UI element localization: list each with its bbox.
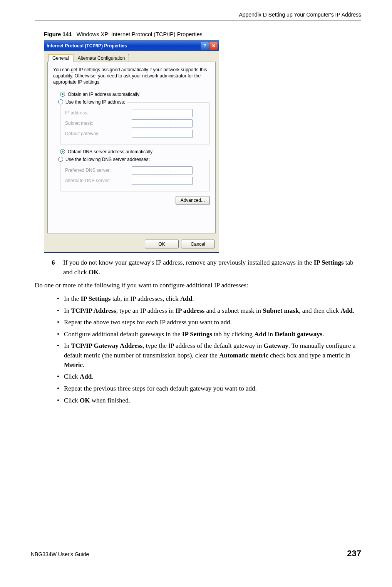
close-icon[interactable]: ✕ [209,42,218,50]
preferred-dns-label: Preferred DNS server: [65,168,129,173]
radio-label: Obtain an IP address automatically [68,92,139,97]
figure-caption-text: Windows XP: Internet Protocol (TCP/IP) P… [77,31,203,37]
bullet-list: In the IP Settings tab, in IP addresses,… [57,294,361,405]
advanced-button[interactable]: Advanced... [176,196,210,205]
list-item: In the IP Settings tab, in IP addresses,… [57,294,361,304]
page-number: 237 [347,548,361,558]
radio-use-dns[interactable]: Use the following DNS server addresses: [58,157,151,162]
radio-use-ip[interactable]: Use the following IP address: [58,99,127,105]
step-number: 6 [52,258,63,277]
radio-obtain-dns[interactable]: Obtain DNS server address automatically [60,149,210,154]
radio-label: Use the following DNS server addresses: [65,157,150,162]
dns-group: Use the following DNS server addresses: … [60,160,210,191]
list-item: In TCP/IP Gateway Address, type the IP a… [57,341,361,370]
dialog-title: Internet Protocol (TCP/IP) Properties [47,43,200,49]
tab-strip: General Alternate Configuration [47,53,216,62]
list-item: Click OK when finished. [57,396,361,406]
dialog-titlebar[interactable]: Internet Protocol (TCP/IP) Properties ? … [44,41,219,51]
ok-button[interactable]: OK [145,240,179,248]
step-text: If you do not know your gateway's IP add… [63,258,361,277]
paragraph: Do one or more of the following if you w… [35,281,361,290]
tab-general[interactable]: General [48,54,73,62]
list-item: Configure additional default gateways in… [57,330,361,339]
panel-description: You can get IP settings assigned automat… [53,67,210,86]
subnet-mask-input[interactable]: ... [132,119,193,127]
figure-caption: Figure 141 Windows XP: Internet Protocol… [44,31,361,37]
radio-icon [60,92,65,97]
list-item: Click Add. [57,372,361,382]
radio-icon [58,99,63,104]
tcpip-properties-dialog: Internet Protocol (TCP/IP) Properties ? … [44,40,219,253]
subnet-mask-label: Subnet mask: [65,121,129,126]
radio-label: Obtain DNS server address automatically [68,149,152,154]
default-gateway-input[interactable]: ... [132,130,193,138]
preferred-dns-input[interactable]: ... [132,166,193,174]
footer-guide-name: NBG334W User's Guide [31,551,89,557]
radio-icon [60,149,65,154]
cancel-button[interactable]: Cancel [181,240,215,248]
figure-label: Figure 141 [44,31,72,37]
ip-address-input[interactable]: ... [132,109,193,117]
default-gateway-label: Default gateway: [65,131,129,136]
list-item: Repeat the previous three steps for each… [57,384,361,394]
step-6: 6 If you do not know your gateway's IP a… [52,258,361,277]
radio-icon [58,157,63,162]
ip-address-group: Use the following IP address: IP address… [60,102,210,144]
alternate-dns-input[interactable]: ... [132,177,193,185]
ip-address-label: IP address: [65,110,129,116]
radio-obtain-ip[interactable]: Obtain an IP address automatically [60,92,210,97]
header-rule [35,20,361,20]
page-footer: NBG334W User's Guide 237 [31,546,361,570]
help-icon[interactable]: ? [201,42,209,50]
alternate-dns-label: Alternate DNS server: [65,178,129,183]
list-item: Repeat the above two steps for each IP a… [57,318,361,327]
list-item: In TCP/IP Address, type an IP address in… [57,306,361,316]
dialog-footer: OK Cancel [44,236,219,252]
tab-panel-general: You can get IP settings assigned automat… [47,62,216,233]
tab-alternate-configuration[interactable]: Alternate Configuration [74,54,129,62]
page-header: Appendix D Setting up Your Computer's IP… [35,12,361,20]
radio-label: Use the following IP address: [65,99,125,105]
